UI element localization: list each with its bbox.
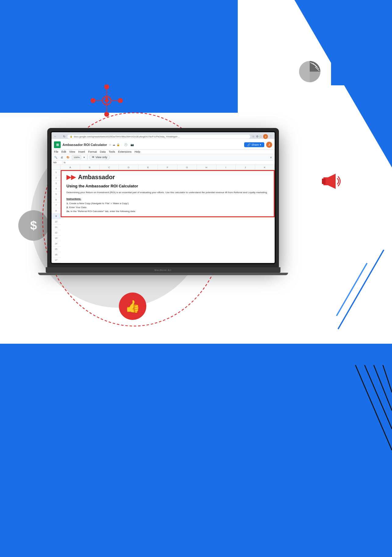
content-instructions-title: Instructions: [66,197,269,200]
step-1-number: 1. [66,202,69,205]
step-2a-text: In the "Referral ROI Calculator" tab, en… [70,210,136,213]
toolbar-paint-button[interactable]: 🎨 [66,156,70,159]
sheet-main-area: A B C D E F G H I J K [61,165,275,263]
col-header-b: B [80,165,100,170]
menu-file[interactable]: File [54,150,59,153]
sheets-share-button[interactable]: 🔗 Share ▾ [244,142,264,147]
row-num-16: 16 [52,252,61,257]
sheet-content-area: ▶▶ Ambassador Using the Ambassador ROI C… [61,170,275,217]
row-num-11: 11 [52,225,61,230]
col-header-j: J [236,165,255,170]
sheet-grid-area: 1 2 3 4 5 6 7 8 9 10 11 12 13 [52,165,275,263]
row-num-1: 1 [52,170,61,175]
google-sheets-ui: ⊞ Ambassador ROI Calculator ☆ ☁ 🔒 🕐 📷 [52,140,275,263]
browser-chrome: ← → ↻ 🔒 docs.google.com/spreadsheets/d/1… [52,132,275,139]
sheets-star-icon[interactable]: ☆ [109,143,111,146]
view-only-badge: 👁 View only [89,155,110,160]
browser-forward-button[interactable]: → [59,135,61,138]
toolbar-print-button[interactable]: 🖨 [60,156,64,159]
content-step-1: 1. Create a New Copy (Navigate to 'File'… [66,202,269,205]
toolbar-zoom-level[interactable]: 100% [72,155,81,159]
row-num-7: 7 [52,203,61,208]
sheets-share-label: Share [251,143,259,146]
col-header-d: D [119,165,138,170]
sheets-app-icon: ⊞ [54,141,61,148]
row-num-6: 6 [52,197,61,203]
cell-name-box[interactable]: N9 [53,161,62,164]
laptop-bezel: ← → ↻ 🔒 docs.google.com/spreadsheets/d/1… [50,131,276,264]
menu-extensions[interactable]: Extensions [118,150,131,153]
column-headers: A B C D E F G H I J K [61,165,275,170]
step-2-number: 2. [66,206,69,209]
sheets-menu-bar: File Edit View Insert Format Data Tools … [52,150,275,154]
menu-edit[interactable]: Edit [62,150,66,153]
sheets-lock-icon: 🔒 [116,143,120,146]
formula-bar: N9 fx [52,161,275,165]
col-header-g: G [177,165,197,170]
toolbar-collapse-button[interactable]: ∧ [269,156,273,159]
sheets-camera-icon: 📷 [130,143,134,146]
row-num-13: 13 [52,236,61,241]
content-body-text: Determining your Return on Investment (R… [66,191,269,194]
menu-format[interactable]: Format [88,150,97,153]
laptop-body: ← → ↻ 🔒 docs.google.com/spreadsheets/d/1… [47,128,279,267]
row-numbers-column: 1 2 3 4 5 6 7 8 9 10 11 12 13 [52,165,61,263]
toolbar-divider [87,155,87,159]
col-header-k: K [255,165,275,170]
ambassador-logo: ▶▶ Ambassador [66,173,269,181]
content-step-2a: 2a. In the "Referral ROI Calculator" tab… [66,210,269,213]
row-num-10: 10 [52,219,61,225]
browser-tab-icon[interactable]: □ [260,135,262,138]
thumbsup-symbol: 👍 [125,299,140,314]
formula-icon: fx [64,161,66,164]
bg-blue-bottom [0,344,392,557]
toolbar-zoom-chevron[interactable]: ▾ [83,156,86,159]
browser-ext-icon[interactable]: ⚙ [256,135,258,138]
thumbsup-circle-icon: 👍 [119,293,146,320]
step-2-text: Enter Your Data [69,206,86,209]
row-num-2: 2 [52,175,61,181]
menu-insert[interactable]: Insert [78,150,85,153]
sheets-user-avatar[interactable]: J [266,142,272,148]
browser-star-icon[interactable]: ☆ [252,135,255,138]
browser-refresh-button[interactable]: ↻ [63,135,66,138]
col-header-a: A [61,165,80,170]
menu-data[interactable]: Data [100,150,105,153]
row-num-9: 9 [52,214,61,219]
browser-profile-avatar[interactable]: J [263,134,268,139]
row-num-17: 17 [52,257,61,263]
browser-menu-icon[interactable]: ⋮ [269,135,272,138]
col-header-c: C [100,165,119,170]
row-num-8: 8 [52,208,61,214]
sheets-icon-symbol: ⊞ [56,143,59,147]
svg-line-23 [355,365,392,450]
svg-rect-22 [322,179,326,184]
toolbar-search-button[interactable]: 🔍 [53,156,58,159]
laptop-base: MacBook Air [46,267,280,273]
row-num-15: 15 [52,247,61,252]
view-only-eye-icon: 👁 [92,156,94,159]
col-header-f: F [158,165,177,170]
content-main-heading: Using the Ambassador ROI Calculator [66,184,269,188]
col-header-e: E [138,165,158,170]
sheets-title-bar: ⊞ Ambassador ROI Calculator ☆ ☁ 🔒 🕐 📷 [52,140,275,150]
sheets-share-icon: 🔗 [247,143,251,146]
step-1-text: Create a New Copy (Navigate to 'File' > … [69,202,129,205]
svg-line-25 [374,365,392,411]
menu-view[interactable]: View [69,150,75,153]
menu-help[interactable]: Help [134,150,140,153]
browser-back-button[interactable]: ← [54,135,57,138]
browser-url-bar[interactable]: 🔒 docs.google.com/spreadsheets/d/105GwTI… [67,135,250,139]
sheets-format-toolbar: 🔍 🖨 🎨 100% ▾ 👁 View only ∧ [52,154,275,161]
ambassador-logo-icon: ▶▶ [66,173,76,181]
laptop-screen: ← → ↻ 🔒 docs.google.com/spreadsheets/d/1… [52,132,275,263]
sheets-share-chevron: ▾ [260,143,261,146]
menu-tools[interactable]: Tools [109,150,115,153]
laptop-hinge [38,273,288,275]
row-num-5: 5 [52,192,61,197]
laptop-device: ← → ↻ 🔒 docs.google.com/spreadsheets/d/1… [47,128,279,275]
laptop-brand-text: MacBook Air [155,269,172,271]
col-header-i: I [216,165,236,170]
sheets-cloud-icon: ☁ [112,143,115,146]
sheets-clock-icon: 🕐 [124,143,127,146]
